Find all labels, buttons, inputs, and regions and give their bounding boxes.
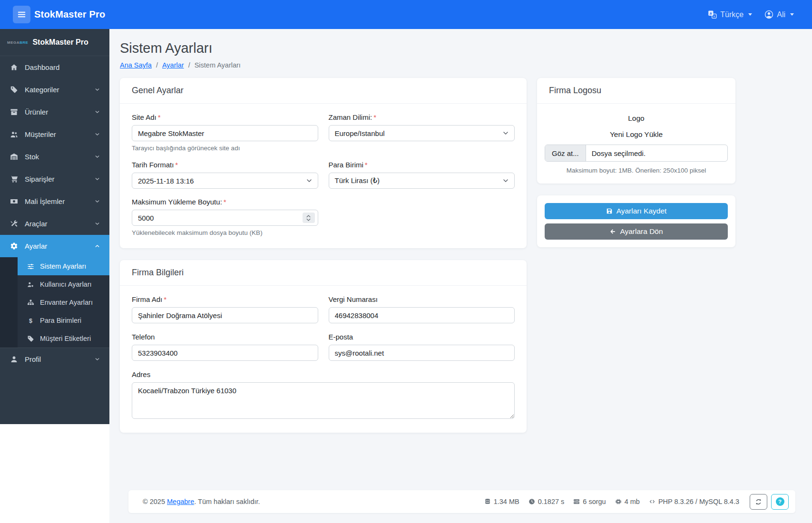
money-bill-icon bbox=[10, 197, 18, 205]
topbar: StokMaster Pro A z Türkçe bbox=[0, 0, 812, 29]
stepper-up-icon bbox=[306, 215, 311, 218]
hamburger-icon bbox=[17, 10, 26, 19]
footer: © 2025 Megabre. Tüm hakları saklıdır. 1.… bbox=[128, 490, 795, 513]
user-name: Ali bbox=[777, 10, 785, 19]
logo-file-input[interactable]: Göz at... Dosya seçilmedi. bbox=[545, 145, 728, 162]
timezone-select[interactable]: Europe/Istanbul bbox=[329, 125, 515, 141]
stepper-down-icon bbox=[306, 218, 311, 221]
date-format-select[interactable]: 2025-11-18 13:16 bbox=[132, 173, 318, 189]
sidebar-item-musteriler[interactable]: Müşteriler bbox=[0, 123, 109, 145]
chevron-down-icon bbox=[306, 178, 312, 184]
tax-number-label: Vergi Numarası bbox=[329, 295, 515, 303]
company-name-label: Firma Adı* bbox=[132, 295, 318, 303]
site-name-help: Tarayıcı başlığında görünecek site adı bbox=[132, 145, 318, 152]
breadcrumb-section-link[interactable]: Ayarlar bbox=[162, 61, 184, 69]
settings-submenu: Sistem Ayarları Kullanıcı Ayarları Envan… bbox=[0, 257, 109, 348]
back-to-settings-button[interactable]: Ayarlara Dön bbox=[545, 223, 728, 240]
chevron-down-icon bbox=[95, 357, 100, 362]
svg-text:z: z bbox=[714, 15, 715, 18]
breadcrumb-home-link[interactable]: Ana Sayfa bbox=[120, 61, 152, 69]
user-dropdown[interactable]: Ali bbox=[764, 10, 794, 19]
copyright-text: © 2025 Megabre. Tüm hakları saklıdır. bbox=[143, 498, 260, 505]
refresh-button[interactable] bbox=[750, 494, 767, 510]
chevron-down-icon bbox=[95, 87, 100, 92]
timezone-label: Zaman Dilimi:* bbox=[329, 113, 515, 121]
sidebar-item-araclar[interactable]: Araçlar bbox=[0, 213, 109, 235]
browse-button[interactable]: Göz at... bbox=[545, 145, 586, 161]
warehouse-icon bbox=[10, 153, 18, 161]
email-input[interactable] bbox=[329, 345, 515, 361]
date-format-group: Tarih Formatı* 2025-11-18 13:16 bbox=[132, 161, 318, 189]
phone-label: Telefon bbox=[132, 333, 318, 341]
company-name-group: Firma Adı* bbox=[132, 295, 318, 323]
submenu-item-kullanici-ayarlari[interactable]: Kullanıcı Ayarları bbox=[18, 275, 109, 293]
caret-down-icon bbox=[790, 13, 794, 16]
help-button[interactable]: ? bbox=[771, 494, 789, 510]
main-content: Sistem Ayarları Ana Sayfa / Ayarlar / Si… bbox=[109, 29, 812, 523]
home-icon bbox=[10, 63, 18, 71]
render-time-stat: 0.1827 s bbox=[528, 498, 565, 505]
megabre-link[interactable]: Megabre bbox=[167, 498, 194, 505]
memory-icon bbox=[615, 498, 622, 505]
phone-group: Telefon bbox=[132, 333, 318, 361]
arrow-left-icon bbox=[609, 228, 616, 235]
breadcrumb-current: Sistem Ayarları bbox=[195, 61, 241, 69]
breadcrumb: Ana Sayfa / Ayarlar / Sistem Ayarları bbox=[120, 61, 800, 69]
chevron-down-icon bbox=[95, 199, 100, 204]
date-format-label: Tarih Formatı* bbox=[132, 161, 318, 169]
company-logo-title: Firma Logosu bbox=[537, 78, 735, 104]
footer-stats: 1.34 MB 0.1827 s 6 sorgu 4 mb PHP 8.3.26… bbox=[484, 498, 739, 505]
tag-icon bbox=[10, 86, 18, 94]
sidebar-item-dashboard[interactable]: Dashboard bbox=[0, 56, 109, 78]
chevron-down-icon bbox=[503, 178, 509, 184]
save-settings-button[interactable]: Ayarları Kaydet bbox=[545, 203, 728, 219]
submenu-item-musteri-etiketleri[interactable]: Müşteri Etiketleri bbox=[18, 329, 109, 348]
currency-select[interactable]: Türk Lirası (₺) bbox=[329, 173, 515, 189]
site-name-input[interactable] bbox=[132, 125, 318, 141]
max-upload-input[interactable] bbox=[132, 210, 318, 226]
sidebar-item-kategoriler[interactable]: Kategoriler bbox=[0, 78, 109, 101]
sidebar-toggle-button[interactable] bbox=[13, 6, 30, 23]
site-name-group: Site Adı* Tarayıcı başlığında görünecek … bbox=[132, 113, 318, 152]
memory-usage-stat: 1.34 MB bbox=[484, 498, 519, 505]
user-icon bbox=[10, 355, 18, 363]
submenu-item-para-birimleri[interactable]: $ Para Birimleri bbox=[18, 311, 109, 329]
sidebar-item-siparisler[interactable]: Siparişler bbox=[0, 168, 109, 190]
company-name-input[interactable] bbox=[132, 307, 318, 323]
chevron-down-icon bbox=[95, 176, 100, 182]
tools-icon bbox=[10, 220, 18, 228]
dollar-icon: $ bbox=[27, 317, 34, 324]
sidebar-item-profil[interactable]: Profil bbox=[0, 348, 109, 370]
gear-icon bbox=[10, 242, 18, 250]
chevron-down-icon bbox=[95, 221, 100, 226]
address-textarea[interactable]: Kocaeli/Trabzon Türkiye 61030 bbox=[132, 382, 515, 419]
submenu-item-envanter-ayarlari[interactable]: Envanter Ayarları bbox=[18, 293, 109, 311]
tag-icon bbox=[27, 335, 34, 342]
address-group: Adres Kocaeli/Trabzon Türkiye 61030 bbox=[132, 370, 515, 421]
sidebar-item-stok[interactable]: Stok bbox=[0, 145, 109, 168]
submenu-item-sistem-ayarlari[interactable]: Sistem Ayarları bbox=[18, 257, 109, 275]
sidebar-item-ayarlar[interactable]: Ayarlar bbox=[0, 235, 109, 257]
language-dropdown[interactable]: A z Türkçe bbox=[708, 10, 752, 19]
number-stepper[interactable] bbox=[303, 213, 315, 223]
app-title[interactable]: StokMaster Pro bbox=[34, 9, 106, 20]
sliders-icon bbox=[27, 263, 34, 270]
tax-number-input[interactable] bbox=[329, 307, 515, 323]
upload-label: Yeni Logo Yükle bbox=[545, 130, 728, 139]
person-circle-icon bbox=[764, 10, 773, 19]
clock-icon bbox=[528, 498, 535, 505]
address-label: Adres bbox=[132, 370, 515, 378]
general-settings-card: Genel Ayarlar Site Adı* Tarayıcı başlığı… bbox=[120, 78, 527, 248]
users-gear-icon bbox=[27, 281, 34, 288]
sidebar-brand[interactable]: MEGABRE StokMaster Pro bbox=[0, 29, 109, 56]
sidebar-nav: Dashboard Kategoriler Ürünler Müşt bbox=[0, 56, 109, 370]
sidebar-item-urunler[interactable]: Ürünler bbox=[0, 101, 109, 123]
phone-input[interactable] bbox=[132, 345, 318, 361]
currency-group: Para Birimi* Türk Lirası (₺) bbox=[329, 161, 515, 189]
company-info-title: Firma Bilgileri bbox=[120, 260, 527, 286]
language-label: Türkçe bbox=[720, 10, 744, 19]
sidebar-item-mali-islemler[interactable]: Mali İşlemler bbox=[0, 190, 109, 213]
refresh-icon bbox=[755, 498, 762, 505]
sidebar-brand-text: StokMaster Pro bbox=[32, 38, 88, 47]
logo-hint: Maksimum boyut: 1MB. Önerilen: 250x100 p… bbox=[545, 167, 728, 174]
